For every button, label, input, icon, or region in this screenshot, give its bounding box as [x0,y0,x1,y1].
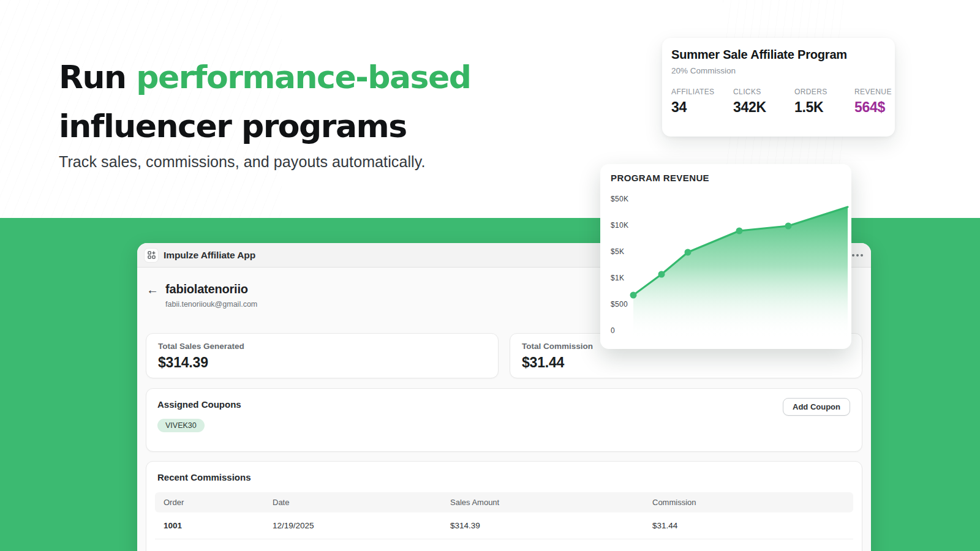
cell-sales-amount: $314.39 [442,512,644,539]
headline-highlight: performance-based [136,59,470,96]
total-sales-label: Total Sales Generated [158,342,486,351]
col-sales-amount: Sales Amount [442,492,644,512]
program-commission-rate: 20% Commission [671,66,886,75]
y-tick-500: $500 [611,300,628,309]
headline-line2: influencer programs [59,108,407,144]
table-row[interactable]: 1001 12/19/2025 $314.39 $31.44 [155,512,853,539]
coupons-heading: Assigned Coupons [157,399,851,410]
add-coupon-button[interactable]: Add Coupon [783,398,850,416]
affiliate-email: fabii.tenoriiouk@gmail.com [165,300,257,309]
apps-grid-icon [145,249,158,262]
stat-orders: ORDERS 1.5K [794,88,854,116]
coupon-chip[interactable]: VIVEK30 [157,419,205,432]
total-sales-value: $314.39 [158,354,486,371]
assigned-coupons-card: Assigned Coupons VIVEK30 Add Coupon [146,388,862,452]
col-commission: Commission [644,492,853,512]
chart-title: PROGRAM REVENUE [611,173,709,183]
total-commission-value: $31.44 [522,354,850,371]
y-tick-10k: $10K [611,221,628,230]
program-revenue-card: PROGRAM REVENUE $50K $10K $5K $1K $500 0 [600,164,851,349]
cell-commission: $31.44 [644,512,853,539]
total-sales-card: Total Sales Generated $314.39 [146,333,499,378]
hero-headline: Run performance-based influencer program… [59,53,471,151]
y-tick-5k: $5K [611,247,624,256]
headline-plain: Run [59,59,126,96]
commissions-table: Order Date Sales Amount Commission 1001 … [155,492,853,539]
y-tick-1k: $1K [611,274,624,282]
program-stats: AFFILIATES 34 CLICKS 342K ORDERS 1.5K RE… [671,88,886,116]
cell-order: 1001 [155,512,264,539]
cell-date: 12/19/2025 [264,512,442,539]
chart-area-fill [633,207,848,338]
table-header-row: Order Date Sales Amount Commission [155,492,853,512]
app-title: Impulze Affiliate App [164,250,255,261]
program-title: Summer Sale Affiliate Program [671,48,886,62]
summer-program-card: Summer Sale Affiliate Program 20% Commis… [662,38,895,137]
stat-clicks: CLICKS 342K [733,88,794,116]
col-order: Order [155,492,264,512]
hero-subtitle: Track sales, commissions, and payouts au… [59,153,426,171]
col-date: Date [264,492,442,512]
revenue-area-chart [600,164,851,349]
commissions-heading: Recent Commissions [155,472,853,482]
affiliate-name: fabiolatenoriio [165,282,257,296]
stat-revenue: REVENUE 564$ [854,88,892,116]
y-tick-50k: $50K [611,195,628,203]
window-menu-button[interactable] [852,243,863,268]
y-tick-0: 0 [611,326,615,335]
stat-affiliates: AFFILIATES 34 [671,88,733,116]
back-arrow-icon[interactable]: ← [146,282,159,309]
affiliate-profile-header: ← fabiolatenoriio fabii.tenoriiouk@gmail… [146,282,257,309]
recent-commissions-card: Recent Commissions Order Date Sales Amou… [146,461,862,551]
